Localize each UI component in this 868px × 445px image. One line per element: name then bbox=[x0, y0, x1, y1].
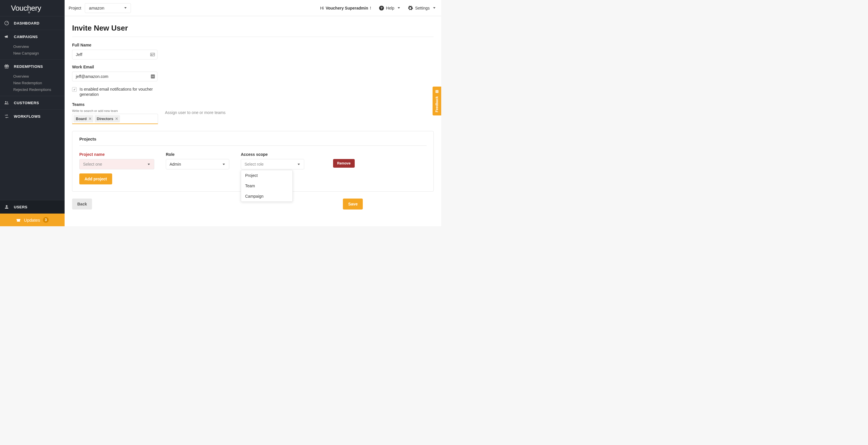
team-token-directors[interactable]: Directors ✕ bbox=[95, 115, 120, 122]
svg-point-5 bbox=[6, 205, 7, 207]
svg-point-13 bbox=[152, 76, 152, 77]
add-project-button[interactable]: Add project bbox=[79, 173, 112, 184]
sidebar-sub-rejected-redemptions[interactable]: Rejected Redemptions bbox=[13, 86, 65, 93]
fullname-input[interactable]: Jeff bbox=[72, 50, 157, 59]
sidebar-item-label: WORKFLOWS bbox=[14, 114, 41, 119]
email-notifications-label: Is enabled email notifications for vouch… bbox=[80, 87, 170, 97]
user-icon bbox=[4, 204, 10, 209]
sidebar-sub-overview[interactable]: Overview bbox=[13, 73, 65, 80]
email-value: jeff@amazon.com bbox=[76, 74, 108, 79]
sidebar-updates[interactable]: Updates 3 bbox=[0, 213, 65, 226]
sidebar-item-users[interactable]: USERS bbox=[0, 200, 65, 213]
scope-option-team[interactable]: Team bbox=[241, 181, 292, 191]
save-button[interactable]: Save bbox=[343, 199, 363, 209]
project-value: amazon bbox=[89, 5, 104, 10]
scope-option-project[interactable]: Project bbox=[241, 170, 292, 181]
svg-rect-7 bbox=[17, 220, 20, 221]
gear-icon bbox=[407, 5, 413, 11]
sidebar-nav: DASHBOARD CAMPAIGNS Overview New Campaig… bbox=[0, 16, 65, 123]
workflow-icon bbox=[4, 114, 10, 119]
contact-card-icon bbox=[150, 53, 155, 56]
help-menu[interactable]: ? Help bbox=[379, 5, 400, 11]
svg-point-3 bbox=[5, 101, 7, 103]
gift-icon bbox=[16, 217, 21, 222]
gift-icon bbox=[4, 64, 10, 69]
gauge-icon bbox=[4, 21, 10, 26]
sidebar-item-label: DASHBOARD bbox=[14, 21, 39, 25]
sidebar-item-redemptions[interactable]: REDEMPTIONS bbox=[0, 60, 65, 73]
project-label: Project bbox=[69, 6, 81, 10]
svg-rect-6 bbox=[17, 219, 21, 220]
help-circle-icon: ? bbox=[379, 5, 384, 11]
feedback-icon: ▤ bbox=[435, 90, 439, 94]
updates-badge: 3 bbox=[43, 217, 49, 223]
assign-hint: Assign user to one or more teams bbox=[165, 110, 225, 115]
brand-logo-dot bbox=[28, 11, 30, 13]
fullname-value: Jeff bbox=[76, 52, 82, 57]
sidebar-sub-new-redemption[interactable]: New Redemption bbox=[13, 80, 65, 86]
sidebar-sub-overview[interactable]: Overview bbox=[13, 43, 65, 50]
sidebar-item-dashboard[interactable]: DASHBOARD bbox=[0, 17, 65, 30]
project-name-select[interactable]: Select one bbox=[79, 159, 154, 169]
sidebar-sub-new-campaign[interactable]: New Campaign bbox=[13, 50, 65, 57]
svg-point-15 bbox=[153, 76, 154, 77]
users-icon bbox=[4, 100, 10, 105]
sidebar-item-label: REDEMPTIONS bbox=[14, 64, 43, 69]
remove-project-button[interactable]: Remove bbox=[333, 159, 355, 168]
fullname-label: Full Name bbox=[72, 43, 434, 47]
sidebar-item-workflows[interactable]: WORKFLOWS bbox=[0, 110, 65, 123]
svg-text:?: ? bbox=[380, 6, 382, 10]
project-select[interactable]: amazon bbox=[85, 3, 131, 13]
role-label: Role bbox=[166, 152, 229, 157]
email-input[interactable]: jeff@amazon.com bbox=[72, 71, 157, 81]
scope-option-campaign[interactable]: Campaign bbox=[241, 191, 292, 202]
projects-card: Projects Project name Select one Role Ad… bbox=[72, 131, 434, 191]
brand-logo: Vouchery bbox=[0, 0, 65, 16]
teams-label: Teams bbox=[72, 102, 158, 107]
sidebar-item-customers[interactable]: CUSTOMERS bbox=[0, 96, 65, 109]
scope-select[interactable]: Select role bbox=[241, 159, 304, 169]
sidebar-item-label: CUSTOMERS bbox=[14, 101, 39, 105]
svg-point-11 bbox=[151, 54, 152, 55]
topbar: Project amazon Hi Vouchery Superadmin! ?… bbox=[65, 0, 441, 16]
feedback-tab[interactable]: Feedback ▤ bbox=[433, 87, 441, 115]
main-content: Invite New User Full Name Jeff Work Emai… bbox=[65, 16, 441, 226]
email-notifications-checkbox[interactable] bbox=[72, 87, 77, 92]
close-icon[interactable]: ✕ bbox=[115, 117, 118, 121]
projects-header: Projects bbox=[79, 137, 427, 146]
svg-point-14 bbox=[153, 76, 153, 77]
close-icon[interactable]: ✕ bbox=[89, 117, 92, 121]
svg-point-4 bbox=[7, 101, 8, 103]
scope-dropdown: Project Team Campaign bbox=[241, 170, 293, 202]
updates-label: Updates bbox=[24, 217, 40, 222]
teams-input[interactable]: Board ✕ Directors ✕ bbox=[72, 114, 158, 124]
team-token-board[interactable]: Board ✕ bbox=[73, 115, 93, 122]
help-label: Help bbox=[386, 6, 395, 10]
settings-label: Settings bbox=[415, 6, 430, 10]
email-label: Work Email bbox=[72, 65, 434, 69]
teams-hint: Write to search or add new team bbox=[72, 109, 158, 113]
dots-icon bbox=[151, 75, 155, 79]
back-button[interactable]: Back bbox=[72, 199, 92, 209]
settings-menu[interactable]: Settings bbox=[407, 5, 435, 11]
bullhorn-icon bbox=[4, 34, 10, 39]
role-select[interactable]: Admin bbox=[166, 159, 229, 169]
scope-label: Access scope bbox=[241, 152, 304, 157]
sidebar-item-label: CAMPAIGNS bbox=[14, 35, 38, 39]
sidebar-item-label: USERS bbox=[14, 205, 27, 209]
greeting: Hi Vouchery Superadmin! bbox=[320, 6, 371, 10]
sidebar: Vouchery DASHBOARD CAMPAIGNS Overview Ne… bbox=[0, 0, 65, 226]
sidebar-item-campaigns[interactable]: CAMPAIGNS bbox=[0, 30, 65, 43]
project-name-label: Project name bbox=[79, 152, 154, 157]
page-title: Invite New User bbox=[72, 24, 434, 37]
brand-logo-text: Vouchery bbox=[11, 4, 41, 13]
